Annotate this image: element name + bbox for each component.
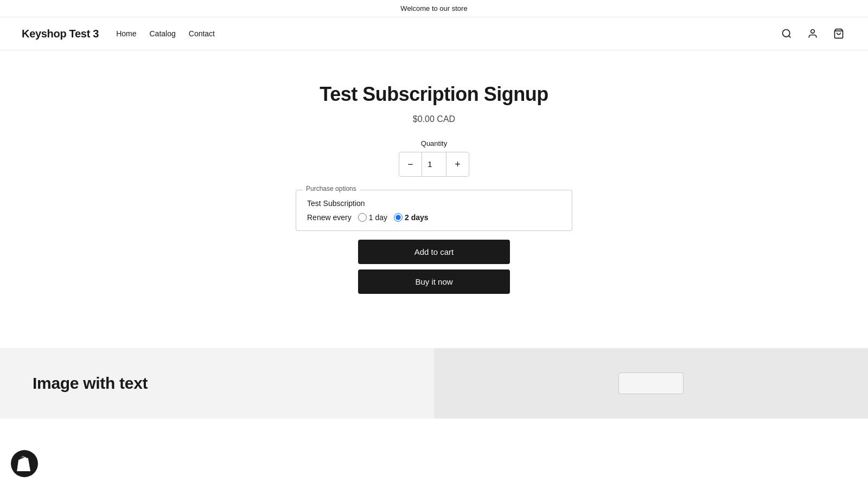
- main-nav: Home Catalog Contact: [116, 29, 215, 38]
- product-title: Test Subscription Signup: [320, 83, 548, 106]
- renew-radio-2days[interactable]: [394, 213, 403, 222]
- quantity-section: Quantity − +: [399, 139, 469, 177]
- renew-row: Renew every 1 day 2 days: [307, 213, 561, 222]
- renew-option-2days[interactable]: 2 days: [394, 213, 429, 222]
- image-with-text-title: Image with text: [33, 374, 401, 393]
- account-button[interactable]: [805, 26, 820, 41]
- purchase-options-legend: Purchase options: [303, 185, 360, 192]
- search-icon: [781, 28, 792, 39]
- svg-point-2: [811, 30, 815, 34]
- bottom-right: [434, 348, 868, 419]
- svg-point-0: [783, 30, 790, 37]
- nav-home[interactable]: Home: [116, 29, 136, 38]
- store-name: Keyshop Test 3: [22, 28, 99, 40]
- quantity-label: Quantity: [399, 139, 469, 147]
- subscription-name: Test Subscription: [307, 199, 561, 208]
- renew-radio-1day[interactable]: [358, 213, 367, 222]
- header: Keyshop Test 3 Home Catalog Contact: [0, 17, 868, 50]
- renew-option-1day[interactable]: 1 day: [358, 213, 387, 222]
- add-to-cart-button[interactable]: Add to cart: [358, 240, 510, 264]
- user-icon: [807, 28, 818, 39]
- cart-icon: [833, 28, 844, 39]
- quantity-input[interactable]: [422, 152, 446, 176]
- main-content: Test Subscription Signup $0.00 CAD Quant…: [54, 50, 814, 326]
- bottom-section: Image with text: [0, 348, 868, 419]
- renew-option-1day-label: 1 day: [369, 213, 387, 222]
- bottom-left: Image with text: [0, 348, 434, 419]
- renew-label: Renew every: [307, 213, 352, 222]
- svg-line-1: [789, 36, 791, 38]
- search-button[interactable]: [779, 26, 794, 41]
- bottom-placeholder-button: [618, 373, 684, 394]
- quantity-increase-button[interactable]: +: [446, 152, 469, 176]
- header-left: Keyshop Test 3 Home Catalog Contact: [22, 28, 215, 40]
- announcement-text: Welcome to our store: [400, 4, 467, 12]
- header-icons: [779, 26, 846, 41]
- cart-button[interactable]: [831, 26, 846, 41]
- purchase-options-box: Purchase options Test Subscription Renew…: [296, 190, 572, 231]
- nav-contact[interactable]: Contact: [189, 29, 215, 38]
- quantity-control: − +: [399, 152, 469, 177]
- nav-catalog[interactable]: Catalog: [150, 29, 176, 38]
- buy-it-now-button[interactable]: Buy it now: [358, 269, 510, 294]
- announcement-bar: Welcome to our store: [0, 0, 868, 17]
- quantity-decrease-button[interactable]: −: [399, 152, 422, 176]
- renew-option-2days-label: 2 days: [405, 213, 429, 222]
- product-price: $0.00 CAD: [413, 114, 455, 124]
